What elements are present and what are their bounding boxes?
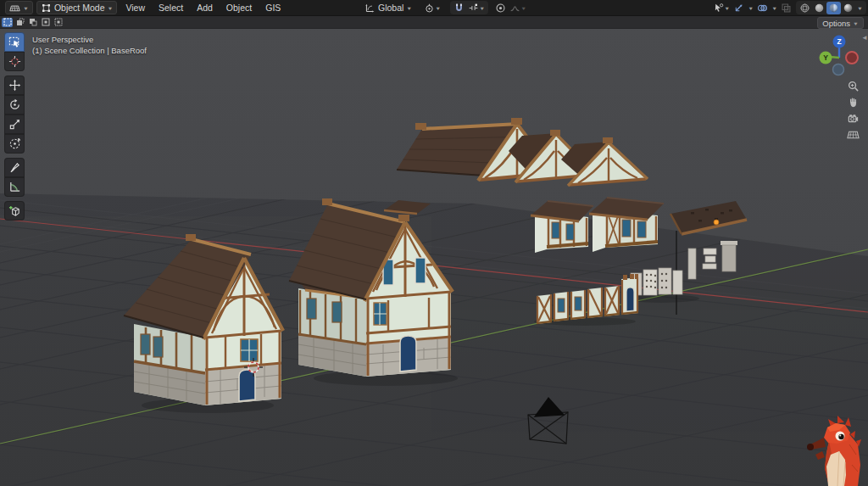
menu-view[interactable]: View [119, 0, 152, 15]
chevron-down-icon: ▼ [435, 5, 441, 10]
select-mode-extend[interactable] [14, 18, 25, 27]
gizmo-dropdown[interactable]: ▼ [746, 2, 755, 14]
overlays-dropdown[interactable]: ▼ [770, 2, 779, 14]
cursor-tool-icon [8, 55, 21, 68]
3d-viewport[interactable]: User Perspective (1) Scene Collection | … [0, 29, 868, 486]
solid-sphere-icon [814, 3, 825, 14]
gizmo-z-label: Z [837, 37, 841, 46]
menu-add[interactable]: Add [190, 0, 220, 15]
view-perspective-label: User Perspective [32, 34, 147, 45]
chevron-down-icon: ▼ [748, 5, 754, 10]
object-visibility-icon [713, 3, 724, 14]
show-object-types-dropdown[interactable]: ▼ [711, 2, 732, 14]
transform-tool-icon [8, 137, 21, 150]
select-extend-icon [16, 18, 25, 26]
tool-add-cube[interactable] [4, 201, 25, 221]
3d-viewport-editor-icon [9, 3, 20, 14]
add-cube-icon [8, 204, 21, 217]
proportional-editing-icon [495, 3, 506, 14]
tool-rotate[interactable] [4, 95, 25, 115]
tool-cursor[interactable] [4, 52, 25, 71]
menu-gis[interactable]: GIS [259, 0, 287, 15]
wireframe-sphere-icon [799, 3, 810, 14]
rendered-sphere-icon [843, 3, 854, 14]
shading-rendered-button[interactable] [841, 2, 855, 14]
tool-transform[interactable] [4, 134, 25, 154]
proportional-editing-toggle[interactable] [493, 2, 508, 14]
show-gizmo-toggle[interactable] [732, 2, 746, 14]
hand-icon [847, 96, 860, 109]
pivot-point-icon [424, 3, 435, 14]
magnifier-icon [847, 80, 860, 92]
chevron-down-icon: ▼ [724, 5, 730, 10]
sidebar-collapse-arrow[interactable]: ◄ [861, 34, 868, 42]
wall-module-a[interactable] [531, 201, 593, 253]
select-subtract-icon [29, 18, 37, 26]
editor-type-button[interactable]: ▼ [5, 1, 33, 14]
gizmo-icon [733, 3, 744, 14]
options-button[interactable]: Options ▼ [817, 17, 864, 29]
shading-mode-group: ▼ [796, 1, 866, 14]
tool-annotate[interactable] [4, 158, 25, 177]
wall-module-b[interactable] [589, 198, 664, 252]
select-mode-new[interactable] [2, 18, 13, 27]
transform-orientation-dropdown[interactable]: Global ▼ [361, 2, 415, 14]
shading-dropdown[interactable]: ▼ [855, 2, 865, 14]
menu-object[interactable]: Object [220, 0, 259, 15]
gizmo-z-axis-negative[interactable] [833, 64, 844, 75]
measure-tool-icon [8, 181, 21, 193]
move-tool-icon [8, 79, 21, 92]
active-collection-label: (1) Scene Collection | BaseRoof [32, 45, 147, 56]
proportional-falloff-dropdown[interactable]: ▼ [508, 2, 528, 14]
blender-window: ▼ Object Mode ▼ View Select Add Object G… [0, 0, 868, 486]
chevron-down-icon: ▼ [520, 5, 526, 10]
nav-buttons [844, 78, 862, 142]
pan-button[interactable] [844, 94, 862, 110]
shading-material-preview-button[interactable] [826, 2, 841, 14]
tool-select-box[interactable] [4, 32, 25, 52]
select-intersect-icon [54, 18, 63, 26]
tool-measure[interactable] [4, 177, 25, 197]
mode-selector[interactable]: Object Mode ▼ [36, 1, 117, 14]
chevron-down-icon: ▼ [857, 5, 863, 10]
tool-shelf [4, 32, 25, 221]
xray-icon [781, 3, 792, 14]
material-sphere-icon [828, 3, 839, 14]
select-mode-invert[interactable] [40, 18, 51, 27]
tool-settings-bar: Options ▼ [0, 16, 868, 29]
snap-target-dropdown[interactable]: ▼ [466, 2, 487, 14]
menu-select[interactable]: Select [152, 0, 190, 15]
viewport-canvas[interactable] [0, 29, 868, 486]
gizmo-y-label: Y [823, 53, 828, 62]
selected-object-origin [714, 220, 719, 225]
xray-toggle[interactable] [779, 2, 793, 14]
tool-scale[interactable] [4, 115, 25, 134]
perspective-toggle-button[interactable] [844, 126, 862, 142]
navigation-gizmo[interactable]: Z Y [818, 32, 860, 76]
select-mode-intersect[interactable] [53, 18, 64, 27]
chevron-down-icon: ▼ [23, 5, 29, 10]
camera-view-button[interactable] [844, 110, 862, 126]
perspective-grid-icon [847, 128, 860, 141]
zoom-button[interactable] [844, 78, 862, 94]
viewport-header: ▼ Object Mode ▼ View Select Add Object G… [0, 0, 868, 16]
shading-solid-button[interactable] [812, 2, 826, 14]
select-box-icon [8, 36, 21, 48]
shading-wireframe-button[interactable] [798, 2, 812, 14]
gizmo-x-axis-negative[interactable] [846, 52, 858, 64]
chevron-down-icon: ▼ [406, 5, 412, 10]
scale-tool-icon [8, 118, 21, 131]
select-invert-icon [42, 18, 50, 26]
chevron-down-icon: ▼ [853, 20, 859, 25]
annotate-pen-icon [8, 161, 21, 174]
tool-move[interactable] [4, 75, 25, 95]
pivot-point-dropdown[interactable]: ▼ [422, 2, 442, 14]
select-new-icon [3, 18, 12, 26]
snap-toggle[interactable] [452, 2, 466, 14]
snap-target-icon [468, 3, 479, 14]
show-overlays-toggle[interactable] [755, 2, 770, 14]
orientation-label: Global [378, 3, 403, 13]
mode-label: Object Mode [54, 3, 105, 13]
select-mode-subtract[interactable] [27, 18, 38, 27]
options-label: Options [822, 19, 850, 28]
